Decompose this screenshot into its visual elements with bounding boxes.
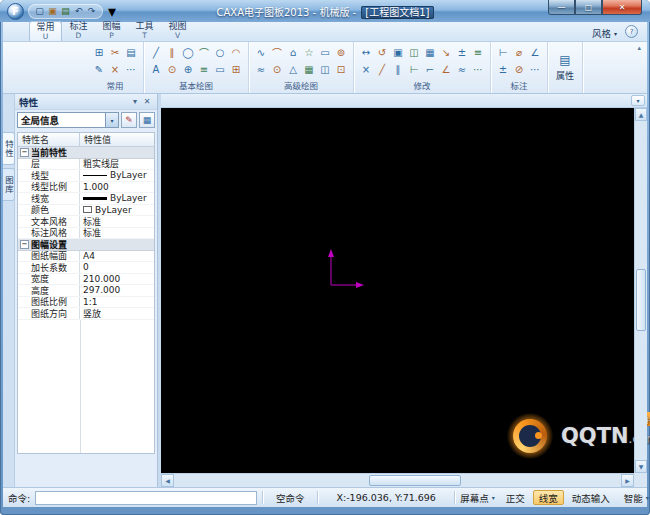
ribbon-tool-icon[interactable]: ☆ [302, 45, 316, 60]
tab-list-dropdown-icon[interactable]: ▾ [631, 95, 645, 106]
ribbon-tool-icon[interactable]: ○ [213, 45, 227, 60]
undo-icon[interactable]: ↶ [73, 5, 84, 18]
ribbon-tool-icon[interactable]: ⊞ [229, 62, 243, 77]
ribbon-tool-icon[interactable]: × [108, 62, 122, 77]
ribbon-tool-icon[interactable]: ◯ [181, 45, 195, 60]
ribbon-tool-icon[interactable]: ⋯ [471, 62, 485, 77]
lineweight-toggle[interactable]: 线宽 [533, 490, 564, 505]
scroll-left-icon[interactable]: ◀ [161, 474, 174, 487]
ribbon-tool-icon[interactable]: ⋯ [124, 62, 138, 77]
scope-select[interactable]: 全局信息 ▾ [17, 112, 119, 128]
chevron-down-icon[interactable]: ▾ [105, 113, 118, 127]
ribbon-tool-icon[interactable]: ≈ [455, 62, 469, 77]
open-icon[interactable]: ▣ [47, 5, 58, 18]
ribbon-tool-icon[interactable]: ▭ [213, 62, 227, 77]
ribbon-tool-icon[interactable]: ⊡ [334, 62, 348, 77]
ribbon-tool-icon[interactable]: ╱ [149, 45, 163, 60]
property-row[interactable]: 图纸方向竖放 [18, 308, 154, 320]
ribbon-tool-icon[interactable]: ± [455, 45, 469, 60]
ribbon-tool-icon[interactable]: ↔ [359, 45, 373, 60]
property-row[interactable]: 线宽ByLayer [18, 193, 154, 205]
ribbon-tool-icon[interactable]: A [149, 62, 163, 77]
ribbon-tool-icon[interactable]: ╱ [375, 62, 389, 77]
property-row[interactable]: 宽度210.000 [18, 274, 154, 286]
ribbon-tool-icon[interactable]: ◫ [318, 62, 332, 77]
ribbon-tool-icon[interactable]: ▣ [391, 45, 405, 60]
ribbon-group-attributes[interactable]: ▤ 属性 [548, 42, 583, 93]
smart-snap-toggle[interactable]: 智能▾ [618, 490, 650, 505]
drawing-canvas[interactable]: 特手网QQTN.com [161, 108, 634, 473]
style-button[interactable]: 风格 ▾ [592, 26, 617, 40]
help-icon[interactable]: ? [625, 25, 638, 38]
side-tab-library[interactable]: 图库 [3, 168, 15, 201]
ribbon-tool-icon[interactable]: ∿ [254, 45, 268, 60]
horizontal-scroll-thumb[interactable] [369, 475, 461, 486]
ribbon-tool-icon[interactable]: ⊘ [512, 62, 526, 77]
ribbon-tool-icon[interactable]: ⊢ [496, 45, 510, 60]
property-row[interactable]: 线型比例1.000 [18, 182, 154, 194]
scroll-down-icon[interactable]: ▼ [635, 460, 647, 473]
ribbon-tool-icon[interactable]: ↺ [375, 45, 389, 60]
ribbon-tool-icon[interactable]: ⌀ [512, 45, 526, 60]
property-row[interactable]: 线型ByLayer [18, 170, 154, 182]
vertical-scrollbar[interactable]: ▲ ▼ [634, 108, 647, 473]
ribbon-tool-icon[interactable]: ⌂ [286, 45, 300, 60]
ribbon-tool-icon[interactable]: ▦ [302, 62, 316, 77]
ribbon-tab-P[interactable]: 图幅P [95, 21, 128, 41]
ribbon-tab-U[interactable]: 常用U [29, 21, 62, 41]
attributes-icon[interactable]: ▤ [559, 53, 570, 67]
app-logo-icon[interactable]: F [7, 3, 24, 20]
edit-style-icon[interactable]: ✎ [121, 112, 137, 128]
command-input[interactable] [35, 491, 257, 505]
layer-grid-icon[interactable]: ▦ [139, 112, 155, 128]
save-icon[interactable]: ▤ [60, 5, 71, 18]
ribbon-tool-icon[interactable]: ∠ [528, 45, 542, 60]
ribbon-tool-icon[interactable]: ≡ [471, 45, 485, 60]
ortho-toggle[interactable]: 正交 [500, 490, 531, 505]
ribbon-tool-icon[interactable]: ⊙ [165, 62, 179, 77]
property-row[interactable]: 层粗实线层 [18, 159, 154, 171]
ribbon-tool-icon[interactable]: ✂ [108, 45, 122, 60]
ribbon-tool-icon[interactable]: ↘ [439, 45, 453, 60]
horizontal-scrollbar[interactable]: ◀ ▶ [161, 473, 634, 487]
dynamic-input-toggle[interactable]: 动态输入 [566, 490, 616, 505]
ribbon-tool-icon[interactable]: ◫ [407, 45, 421, 60]
redo-icon[interactable]: ↷ [86, 5, 97, 18]
property-group-row[interactable]: −图幅设置 [18, 239, 154, 251]
ribbon-tool-icon[interactable]: ∠ [439, 62, 453, 77]
ribbon-tool-icon[interactable]: ⌒ [197, 45, 211, 60]
panel-menu-icon[interactable]: ▾ [129, 97, 141, 106]
ribbon-tool-icon[interactable]: △ [286, 62, 300, 77]
side-tab-properties[interactable]: 特性 [3, 132, 15, 165]
scroll-up-icon[interactable]: ▲ [635, 108, 647, 121]
ribbon-tool-icon[interactable]: ± [496, 62, 510, 77]
property-row[interactable]: 加长系数0 [18, 262, 154, 274]
ribbon-tool-icon[interactable]: ▭ [318, 45, 332, 60]
ribbon-tool-icon[interactable]: ✎ [92, 62, 106, 77]
ribbon-tool-icon[interactable]: × [359, 62, 373, 77]
quick-access-dropdown-icon[interactable]: ▾ [103, 4, 121, 19]
ribbon-tool-icon[interactable]: ◠ [229, 45, 243, 60]
property-row[interactable]: 图纸幅面A4 [18, 251, 154, 263]
ribbon-tool-icon[interactable]: ⊕ [181, 62, 195, 77]
collapse-icon[interactable]: − [20, 240, 29, 249]
scroll-right-icon[interactable]: ▶ [621, 474, 634, 487]
collapse-ribbon-icon[interactable]: ▴ [637, 44, 641, 52]
ribbon-tool-icon[interactable]: ⊙ [270, 62, 284, 77]
ribbon-tab-T[interactable]: 工具T [128, 21, 161, 41]
new-icon[interactable]: ▢ [34, 5, 45, 18]
ribbon-tool-icon[interactable]: ≈ [254, 62, 268, 77]
ribbon-tool-icon[interactable]: ▤ [124, 45, 138, 60]
ribbon-tool-icon[interactable]: ⊚ [334, 45, 348, 60]
point-mode-select[interactable]: 屏幕点 ▾ [460, 491, 495, 505]
ribbon-tool-icon[interactable]: ∥ [165, 45, 179, 60]
maximize-button[interactable]: ▢ [575, 0, 602, 15]
ribbon-tool-icon[interactable]: ⋯ [528, 62, 542, 77]
ribbon-tab-D[interactable]: 标注D [62, 21, 95, 41]
ribbon-tool-icon[interactable]: ⌒ [270, 45, 284, 60]
minimize-button[interactable]: — [548, 0, 575, 15]
ribbon-tool-icon[interactable]: ⊢ [407, 62, 421, 77]
ribbon-tool-icon[interactable]: ▦ [423, 45, 437, 60]
column-header-value[interactable]: 特性值 [80, 133, 154, 146]
ribbon-tool-icon[interactable]: ⊞ [92, 45, 106, 60]
